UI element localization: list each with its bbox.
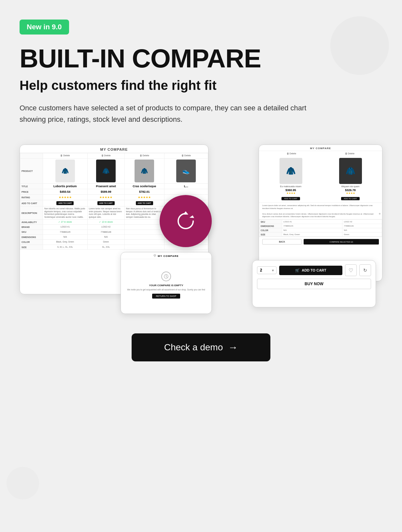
- description: Once customers have selected a set of pr…: [20, 102, 313, 125]
- empty-compare-icon: [161, 272, 171, 281]
- size-2: XL, XXL: [87, 245, 124, 249]
- atc-btn-1[interactable]: ADD TO CART: [56, 201, 74, 205]
- price-4: [164, 189, 208, 195]
- description-label: DESCRIPTION: [20, 206, 43, 220]
- rating-2: ★★★★★: [87, 195, 124, 200]
- avail-3: [124, 220, 164, 225]
- right-sku-2: LOGO #2: [342, 220, 382, 224]
- rating-label: RATING: [20, 195, 43, 200]
- quantity-value: 2: [260, 268, 262, 273]
- avail-2: ✓ 13 in stock: [87, 220, 124, 225]
- delete-btn-4[interactable]: 🗑 Delete: [166, 154, 207, 157]
- rating-3: ★★★★★: [124, 195, 164, 200]
- brand-label: BRAND: [20, 225, 43, 230]
- price-label: PRICE: [20, 189, 43, 195]
- right-delete-1[interactable]: 🗑 Delete: [287, 152, 296, 155]
- title-1: Lobortis pretium: [43, 184, 88, 189]
- dim-1: N/A: [43, 235, 88, 240]
- chevron-down-icon: ▾: [272, 269, 274, 272]
- right-size-label: SIZE: [259, 232, 282, 237]
- right-name-1: Eu malesuada nisam: [262, 185, 319, 188]
- right-compare-selected-btn[interactable]: COMPARE SELECTED (2): [304, 239, 379, 245]
- delete-btn-3[interactable]: 🗑 Delete: [126, 154, 163, 157]
- rotate-icon: [174, 210, 197, 232]
- right-product-2: 🧥 Aliquam dui quam $326.78 ★★★★ ADD TO C…: [322, 158, 379, 201]
- right-size-2: Green: [342, 232, 382, 237]
- product-img-4: 👟: [176, 160, 196, 182]
- empty-compare-text: We invite you to get acquainted with all…: [127, 288, 205, 291]
- dimensions-label: DIMENSIONS: [20, 235, 43, 240]
- sku-1: 778880145: [43, 230, 88, 234]
- right-dim-label: DIMENSIONS: [259, 224, 282, 228]
- new-badge: New in 9.0: [20, 20, 69, 35]
- compare-heart-icon: ♡: [153, 254, 156, 258]
- wishlist-button[interactable]: ♡: [345, 264, 357, 276]
- add-to-cart-button[interactable]: 🛒 ADD TO CART: [279, 266, 342, 275]
- right-stars-2: ★★★★: [322, 192, 379, 195]
- right-sku-label: SKU: [259, 220, 282, 224]
- right-desc-text: Lorem ipsum dolor sit amet, consectetur …: [259, 203, 382, 219]
- price-2: $589.99: [87, 189, 124, 195]
- buy-now-button[interactable]: BUY NOW: [257, 279, 371, 289]
- right-delete-2[interactable]: 🗑 Delete: [345, 152, 354, 155]
- brand-1: LOGO #1: [43, 225, 88, 230]
- color-label: COLOR: [20, 240, 43, 245]
- sku-label: SKU: [20, 230, 43, 234]
- product-img-3: 🧥: [135, 160, 154, 182]
- right-compare-header: MY COMPARE: [259, 145, 382, 151]
- right-color-label: COLOR: [259, 228, 282, 232]
- title-2: Praesent amet: [87, 184, 124, 189]
- size-label: SIZE: [20, 245, 43, 249]
- atc-btn-3[interactable]: ADD TO CART: [136, 201, 153, 205]
- right-atc-1[interactable]: ADD TO CART: [281, 197, 300, 200]
- cart-icon: 🛒: [295, 268, 300, 273]
- color-2: Green: [87, 240, 124, 245]
- cta-label: Check a demo: [164, 342, 223, 353]
- sub-title: Help customers find the right fit: [20, 77, 382, 93]
- title-3: Cras scelerisque: [124, 184, 164, 189]
- right-stars-1: ★★★★: [262, 192, 319, 195]
- product-img-2: 🧥: [96, 160, 116, 182]
- right-atc-2[interactable]: ADD TO CART: [341, 197, 359, 200]
- cta-arrow-icon: →: [228, 342, 238, 353]
- delete-btn-2[interactable]: 🗑 Delete: [89, 154, 123, 157]
- product-img-1: 🧥: [55, 160, 75, 182]
- right-back-btn[interactable]: BACK: [262, 239, 302, 245]
- right-product-1: 🧥 Eu malesuada nisam $360.95 ★★★★ ADD TO…: [262, 158, 319, 201]
- right-name-2: Aliquam dui quam: [322, 185, 379, 188]
- rating-1: ★★★★★: [43, 195, 88, 200]
- right-img-2: 🧥: [339, 158, 362, 184]
- return-to-shop-btn[interactable]: RETURN TO SHOP: [152, 294, 180, 299]
- right-dim-1: 778880145: [282, 224, 342, 228]
- check-demo-button[interactable]: Check a demo →: [132, 333, 271, 361]
- availability-label: AVAILABILITY: [20, 220, 43, 225]
- right-size-1: Black, Grey, Green: [282, 232, 342, 237]
- screenshot-cart-bar: 2 ▾ 🛒 ADD TO CART ♡ ↻ BUY NOW: [252, 260, 376, 307]
- atc-btn-2[interactable]: ADD TO CART: [97, 201, 115, 205]
- right-color-2: N/A: [342, 228, 382, 232]
- price-1: $450.54: [43, 189, 88, 195]
- sku-2: 778880146: [87, 230, 124, 234]
- title-4: L...: [164, 184, 208, 189]
- size-1: S, M, L, XL, XXL: [43, 245, 88, 249]
- quantity-selector[interactable]: 2 ▾: [257, 266, 277, 274]
- empty-compare-title: YOUR COMPARE IS EMPTY: [149, 284, 183, 287]
- refresh-overlay[interactable]: [160, 195, 212, 247]
- avail-1: ✓ 27 in stock: [43, 220, 88, 225]
- right-img-1: 🧥: [280, 158, 302, 184]
- right-color-1: N/A: [282, 228, 342, 232]
- screenshots-area: MY COMPARE 🗑 Delete 🗑 Delete 🗑 Delete 🗑 …: [20, 145, 382, 314]
- color-1: Black, Grey, Green: [43, 240, 88, 245]
- addtocart-label: ADD TO CART: [20, 200, 43, 206]
- brand-2: LOGO #2: [87, 225, 124, 230]
- screenshot-empty-compare: ♡ MY COMPARE YOUR COMPARE IS EMPTY We in…: [121, 252, 212, 314]
- desc-3: Non risus purus ut fermentum lo tempor. …: [124, 206, 164, 220]
- right-sku-1: LOGO #1: [282, 220, 342, 224]
- desc-1: Non lobortis orci amet ridiculus. Mattis…: [43, 206, 88, 220]
- right-price-1: $360.95: [262, 189, 319, 192]
- product-label: PRODUCT: [20, 159, 43, 184]
- delete-btn-1[interactable]: 🗑 Delete: [44, 154, 86, 157]
- compare-refresh-button[interactable]: ↻: [359, 264, 371, 276]
- compare-table-header: MY COMPARE: [20, 145, 208, 153]
- title-label: TITLE: [20, 184, 43, 189]
